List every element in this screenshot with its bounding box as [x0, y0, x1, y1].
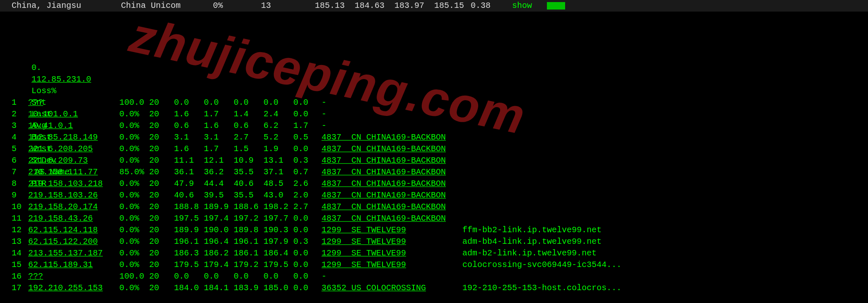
cell-stdev: 2.7 — [293, 201, 318, 213]
cell-best: 35.5 — [234, 166, 264, 178]
show-toggle[interactable]: show — [512, 0, 532, 12]
cell-host[interactable]: 62.115.124.118 — [28, 224, 119, 236]
cell-asname[interactable]: 1299 SE TWELVE99 — [318, 259, 462, 271]
cell-asname[interactable]: 4837 CN CHINA169-BACKBON — [318, 143, 462, 155]
val-wrst: 185.15 — [434, 0, 471, 12]
cell-avg: 1.6 — [204, 120, 234, 132]
cell-asname[interactable]: 4837 CN CHINA169-BACKBON — [318, 155, 462, 166]
cell-wrst: 198.2 — [264, 201, 293, 213]
cell-host[interactable]: 219.158.20.174 — [28, 201, 119, 213]
cell-asname[interactable]: 4837 CN CHINA169-BACKBON — [318, 166, 462, 178]
cell-asname[interactable]: 4837 CN CHINA169-BACKBON — [318, 178, 462, 190]
cell-avg: 36.2 — [204, 166, 234, 178]
cell-host[interactable]: 112.85.218.149 — [28, 132, 119, 143]
cell-hop: 7 — [12, 166, 28, 178]
cell-hop: 12 — [12, 224, 28, 236]
cell-last: 0.6 — [174, 120, 204, 132]
cell-asname[interactable]: 36352 US COLOCROSSING — [318, 282, 462, 294]
cell-loss: 0.0% — [119, 224, 149, 236]
cell-avg: 1.7 — [204, 143, 234, 155]
cell-best: 2.7 — [234, 132, 264, 143]
table-row: 1???100.0200.00.00.00.00.0- — [12, 97, 864, 108]
val-best: 183.97 — [394, 0, 434, 12]
cell-snt: 20 — [149, 143, 174, 155]
cell-stdev: 0.0 — [293, 224, 318, 236]
cell-host[interactable]: ??? — [28, 97, 119, 108]
cell-hop: 6 — [12, 155, 28, 166]
cell-asname[interactable]: 4837 CN CHINA169-BACKBON — [318, 132, 462, 143]
cell-avg: 186.2 — [204, 248, 234, 259]
cell-avg: 12.1 — [204, 155, 234, 166]
cell-best: 189.8 — [234, 224, 264, 236]
cell-last: 1.6 — [174, 143, 204, 155]
cell-host[interactable]: 62.115.122.200 — [28, 236, 119, 248]
cell-last: 1.6 — [174, 108, 204, 120]
cell-snt: 20 — [149, 132, 174, 143]
cell-wrst: 179.5 — [264, 259, 293, 271]
cell-best: 196.1 — [234, 236, 264, 248]
cell-loss: 100.0 — [119, 271, 149, 282]
cell-asname[interactable]: 4837 CN CHINA169-BACKBON — [318, 213, 462, 224]
cell-host[interactable]: 221.6.209.73 — [28, 155, 119, 166]
cell-wrst: 2.4 — [264, 108, 293, 120]
cell-ptr: adm-b2-link.ip.twelve99.net — [462, 248, 636, 259]
cell-hop: 16 — [12, 271, 28, 282]
cell-host[interactable]: 10.101.0.1 — [28, 108, 119, 120]
cell-last: 197.5 — [174, 213, 204, 224]
cell-snt: 20 — [149, 155, 174, 166]
cell-last: 188.8 — [174, 201, 204, 213]
cell-asname[interactable]: 1299 SE TWELVE99 — [318, 248, 462, 259]
cell-last: 184.0 — [174, 282, 204, 294]
cell-loss: 0.0% — [119, 201, 149, 213]
cell-best: 183.9 — [234, 282, 264, 294]
cell-host[interactable]: 219.158.43.26 — [28, 213, 119, 224]
cell-loss: 0.0% — [119, 190, 149, 201]
cell-wrst: 6.2 — [264, 120, 293, 132]
cell-host[interactable]: 221.6.208.205 — [28, 143, 119, 155]
cell-asname[interactable]: 1299 SE TWELVE99 — [318, 236, 462, 248]
cell-wrst: 5.2 — [264, 132, 293, 143]
cell-avg: 1.7 — [204, 108, 234, 120]
col-host[interactable]: 112.85.231.0 — [31, 74, 123, 85]
cell-loss: 0.0% — [119, 213, 149, 224]
isp-text: China Unicom — [121, 0, 213, 12]
cell-stdev: 0.3 — [293, 236, 318, 248]
cell-ptr: 192-210-255-153-host.colocros... — [462, 282, 636, 294]
cell-last: 179.5 — [174, 259, 204, 271]
cell-ptr: colocrossing-svc069449-ic3544... — [462, 259, 636, 271]
cell-asname[interactable]: 4837 CN CHINA169-BACKBON — [318, 201, 462, 213]
cell-stdev: 0.0 — [293, 97, 318, 108]
cell-hop: 17 — [12, 282, 28, 294]
cell-hop: 11 — [12, 213, 28, 224]
cell-asname[interactable]: 4837 CN CHINA169-BACKBON — [318, 190, 462, 201]
cell-loss: 0.0% — [119, 120, 149, 132]
cell-best: 0.0 — [234, 271, 264, 282]
val-stdev: 0.38 — [471, 0, 512, 12]
cell-stdev: 0.7 — [293, 166, 318, 178]
cell-host[interactable]: 213.155.137.187 — [28, 248, 119, 259]
cell-snt: 20 — [149, 282, 174, 294]
cell-loss: 0.0% — [119, 178, 149, 190]
cell-loss: 100.0 — [119, 97, 149, 108]
cell-host[interactable]: 10.41.0.1 — [28, 120, 119, 132]
cell-host[interactable]: 219.158.103.26 — [28, 190, 119, 201]
cell-last: 189.9 — [174, 224, 204, 236]
table-row: 10219.158.20.1740.0%20188.8189.9188.6198… — [12, 201, 864, 213]
cell-last: 11.1 — [174, 155, 204, 166]
cell-best: 0.6 — [234, 120, 264, 132]
cell-stdev: 0.3 — [293, 155, 318, 166]
cell-best: 35.5 — [234, 190, 264, 201]
cell-asname: - — [318, 108, 462, 120]
cell-last: 196.1 — [174, 236, 204, 248]
cell-asname[interactable]: 1299 SE TWELVE99 — [318, 224, 462, 236]
cell-wrst: 185.0 — [264, 282, 293, 294]
cell-host[interactable]: ??? — [28, 271, 119, 282]
cell-host[interactable]: 219.158.103.218 — [28, 178, 119, 190]
cell-host[interactable]: 192.210.255.153 — [28, 282, 119, 294]
cell-snt: 20 — [149, 236, 174, 248]
table-row: 1562.115.189.310.0%20179.5179.4179.2179.… — [12, 259, 864, 271]
cell-snt: 20 — [149, 271, 174, 282]
cell-host[interactable]: 62.115.189.31 — [28, 259, 119, 271]
cell-host[interactable]: 219.158.111.77 — [28, 166, 119, 178]
cell-best: 1.5 — [234, 143, 264, 155]
